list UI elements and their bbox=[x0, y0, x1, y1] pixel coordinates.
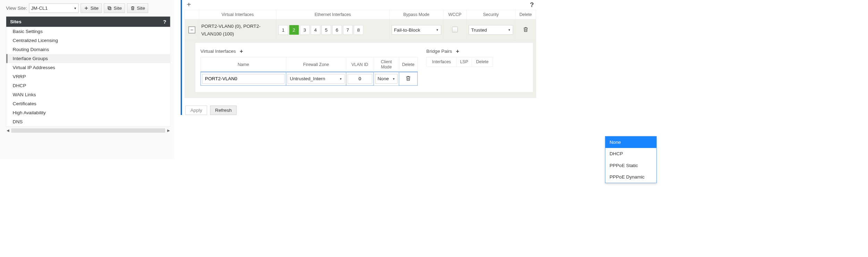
chevron-down-icon: ▼ bbox=[508, 28, 511, 32]
col-ei: Ethernet Interfaces bbox=[276, 10, 389, 19]
add-vi-button[interactable]: + bbox=[240, 48, 243, 55]
nav-item[interactable]: High Availability bbox=[6, 108, 170, 117]
chevron-down-icon: ▼ bbox=[436, 28, 439, 32]
right-panel-wrap: + ? Virtual Interfaces Ethernet Interfac… bbox=[174, 0, 538, 159]
vi-summary: PORT2-VLAN0 (0), PORT2-VLAN100 (100) bbox=[201, 22, 274, 38]
bp-col-delete: Delete bbox=[472, 57, 493, 67]
bp-subtitle: Bridge Pairs bbox=[426, 48, 452, 54]
refresh-button[interactable]: Refresh bbox=[210, 106, 237, 115]
client-mode-dropdown[interactable]: NoneDHCPPPPoE StaticPPPoE Dynamic bbox=[605, 136, 657, 183]
nav-item[interactable]: Basic Settings bbox=[6, 27, 170, 36]
dropdown-option[interactable]: None bbox=[605, 136, 657, 148]
port-button[interactable]: 7 bbox=[343, 25, 352, 35]
security-select[interactable]: Trusted ▼ bbox=[469, 25, 513, 35]
bp-col-interfaces: Interfaces bbox=[426, 57, 457, 67]
expanded-row: Virtual Interfaces + Name Firewall Z bbox=[185, 41, 536, 98]
col-vi: Virtual Interfaces bbox=[199, 10, 276, 19]
action-bar: Apply Refresh bbox=[185, 106, 536, 115]
nav-item[interactable]: DHCP bbox=[6, 81, 170, 90]
nav-items: Basic SettingsCentralized LicensingRouti… bbox=[6, 27, 170, 126]
site-toolbar: View Site: JM-CL1 ▼ Site Site Site bbox=[6, 3, 170, 13]
vi-name-input[interactable] bbox=[202, 74, 284, 84]
delete-site-button[interactable]: Site bbox=[127, 3, 148, 13]
trash-icon bbox=[522, 26, 528, 32]
clone-site-button[interactable]: Site bbox=[104, 3, 125, 13]
col-expand bbox=[185, 10, 199, 19]
horizontal-scrollbar[interactable]: ◀ ▶ bbox=[6, 128, 170, 133]
vi-vlan-input[interactable] bbox=[348, 74, 372, 84]
grid-topbar: + ? bbox=[185, 0, 536, 10]
ethernet-ports: 12345678 bbox=[279, 25, 387, 35]
delete-row-button[interactable] bbox=[522, 28, 528, 33]
trash-icon bbox=[405, 75, 411, 81]
dropdown-option[interactable]: PPPoE Dynamic bbox=[605, 171, 657, 183]
nav-item[interactable]: Interface Groups bbox=[6, 54, 170, 63]
vi-zone-value: Untrusted_Intern bbox=[290, 76, 325, 82]
nav-header: Sites ? bbox=[6, 17, 170, 27]
delete-site-label: Site bbox=[137, 6, 145, 11]
nav-item[interactable]: DNS bbox=[6, 117, 170, 126]
left-panel: View Site: JM-CL1 ▼ Site Site Site Sites… bbox=[0, 0, 174, 159]
vi-col-name: Name bbox=[201, 57, 286, 72]
site-select[interactable]: JM-CL1 ▼ bbox=[29, 3, 79, 13]
interface-grid: Virtual Interfaces Ethernet Interfaces B… bbox=[185, 10, 536, 98]
grid-help-icon[interactable]: ? bbox=[530, 1, 534, 8]
bypass-mode-select[interactable]: Fail-to-Block ▼ bbox=[392, 25, 441, 35]
nav-item[interactable]: Centralized Licensing bbox=[6, 36, 170, 45]
port-button[interactable]: 1 bbox=[279, 25, 288, 35]
dropdown-option[interactable]: DHCP bbox=[605, 148, 657, 159]
scroll-right-icon[interactable]: ▶ bbox=[167, 128, 170, 133]
site-select-value: JM-CL1 bbox=[31, 6, 48, 11]
port-button[interactable]: 8 bbox=[354, 25, 363, 35]
add-bp-button[interactable]: + bbox=[456, 48, 459, 55]
nav-item[interactable]: VRRP bbox=[6, 72, 170, 81]
scroll-left-icon[interactable]: ◀ bbox=[6, 128, 9, 133]
port-button[interactable]: 5 bbox=[322, 25, 331, 35]
bypass-mode-value: Fail-to-Block bbox=[394, 27, 420, 33]
vi-table: Name Firewall Zone VLAN ID Client Mode D… bbox=[201, 57, 418, 86]
view-site-label: View Site: bbox=[6, 6, 27, 11]
vi-mode-value: None bbox=[377, 76, 389, 82]
vi-col-mode: Client Mode bbox=[374, 57, 399, 72]
nav-item[interactable]: Virtual IP Addresses bbox=[6, 63, 170, 72]
clone-site-label: Site bbox=[114, 6, 122, 11]
nav-panel: Sites ? Basic SettingsCentralized Licens… bbox=[6, 16, 170, 126]
port-button[interactable]: 3 bbox=[300, 25, 309, 35]
collapse-button[interactable]: − bbox=[188, 26, 195, 33]
interface-row: − PORT2-VLAN0 (0), PORT2-VLAN100 (100) 1… bbox=[185, 19, 536, 41]
col-wccp: WCCP bbox=[443, 10, 467, 19]
col-bypass: Bypass Mode bbox=[389, 10, 443, 19]
dropdown-option[interactable]: PPPoE Static bbox=[605, 160, 657, 171]
svg-rect-0 bbox=[109, 7, 111, 10]
add-row-button[interactable]: + bbox=[187, 0, 191, 9]
trash-icon bbox=[130, 6, 135, 11]
chevron-down-icon: ▼ bbox=[74, 7, 77, 10]
vi-zone-select[interactable]: Untrusted_Intern ▼ bbox=[288, 74, 344, 84]
security-value: Trusted bbox=[471, 27, 487, 33]
nav-item[interactable]: WAN Links bbox=[6, 90, 170, 99]
wccp-checkbox[interactable] bbox=[452, 27, 458, 32]
apply-button[interactable]: Apply bbox=[185, 106, 207, 115]
add-site-button[interactable]: Site bbox=[81, 3, 102, 13]
scroll-track[interactable] bbox=[11, 128, 165, 132]
chevron-down-icon: ▼ bbox=[339, 77, 342, 81]
port-button[interactable]: 6 bbox=[332, 25, 342, 35]
vi-col-zone: Firewall Zone bbox=[286, 57, 346, 72]
vi-subtitle: Virtual Interfaces bbox=[201, 48, 236, 54]
copy-icon bbox=[107, 6, 112, 11]
expanded-subpanel: Virtual Interfaces + Name Firewall Z bbox=[195, 42, 533, 92]
bp-subsection: Bridge Pairs + Interfaces LSP bbox=[426, 48, 493, 67]
vi-col-vlan: VLAN ID bbox=[346, 57, 374, 72]
nav-help-icon[interactable]: ? bbox=[163, 19, 166, 25]
port-button[interactable]: 2 bbox=[289, 25, 299, 35]
vi-mode-select[interactable]: None ▼ bbox=[375, 74, 397, 84]
nav-item[interactable]: Certificates bbox=[6, 99, 170, 108]
plus-icon bbox=[84, 6, 89, 11]
delete-vi-button[interactable] bbox=[405, 77, 411, 82]
nav-header-title: Sites bbox=[10, 19, 22, 25]
right-panel: + ? Virtual Interfaces Ethernet Interfac… bbox=[181, 0, 536, 115]
nav-item[interactable]: Routing Domains bbox=[6, 45, 170, 54]
port-button[interactable]: 4 bbox=[311, 25, 320, 35]
chevron-down-icon: ▼ bbox=[392, 77, 395, 81]
bp-col-lsp: LSP bbox=[457, 57, 472, 67]
